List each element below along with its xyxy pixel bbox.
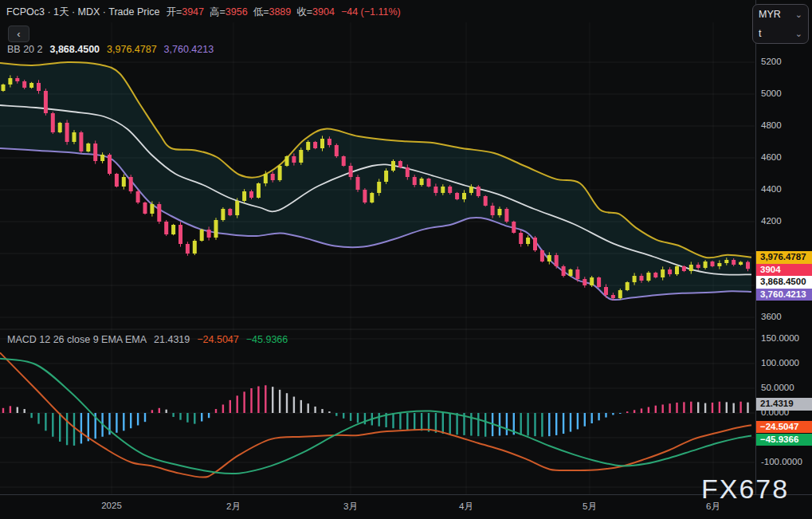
price-tick: 5200 (761, 57, 782, 66)
price-tick: 4600 (761, 152, 782, 162)
price-tick: 3600 (761, 312, 782, 321)
symbol-selectors: MYR ⌄ t ⌄ (752, 4, 809, 44)
unit-value: t (759, 28, 761, 39)
macd-hist-value: 21.4319 (154, 334, 190, 345)
macd-signal-value: −45.9366 (246, 334, 288, 345)
price-tick: 4200 (761, 216, 782, 226)
bb-basis-chip: 3,868.4500 (756, 276, 812, 289)
price-tick: 5000 (761, 88, 782, 98)
ohlc-value: 3889 (269, 6, 291, 18)
macd-tick: -100.0000 (761, 457, 802, 466)
macd-line-chip: −24.5047 (756, 421, 812, 434)
price-tick: 4400 (761, 184, 782, 194)
macd-tick: 50.0000 (761, 383, 794, 392)
time-label: 2025 (101, 501, 122, 510)
ohlc-label: 开= (166, 6, 182, 18)
price-tick: 4800 (761, 120, 782, 130)
bb-legend: BB 20 2 3,868.4500 3,976.4787 3,760.4213 (7, 44, 214, 55)
trading-chart-app: FCPOc3 · 1天 · MDX · Trade Price 开=3947高=… (0, 0, 812, 519)
chevron-down-icon: ⌄ (795, 29, 802, 37)
symbol-title: FCPOc3 · 1天 · MDX · Trade Price (6, 6, 159, 19)
bb-basis-value: 3,868.4500 (49, 44, 100, 55)
macd-hist-chip: 21.4319 (756, 398, 812, 411)
bb-upper-chip: 3,976.4787 (756, 251, 812, 264)
time-label: 3月 (343, 501, 358, 513)
chart-legend-bar: FCPOc3 · 1天 · MDX · Trade Price 开=3947高=… (6, 5, 401, 19)
watermark: FX678 (701, 474, 789, 505)
time-label: 2月 (226, 501, 241, 513)
macd-tick: 150.0000 (761, 333, 799, 343)
ohlc-value: 3947 (182, 6, 204, 18)
bb-title: BB 20 2 (7, 44, 42, 55)
ohlc-label: 收= (296, 6, 312, 18)
bb-lower-chip: 3,760.4213 (756, 289, 812, 301)
currency-value: MYR (759, 9, 781, 20)
ohlc-label: 低= (253, 6, 269, 18)
time-label: 4月 (459, 501, 473, 513)
ohlc-value: 3956 (226, 6, 248, 18)
macd-title: MACD 12 26 close 9 EMA EMA (7, 334, 147, 345)
macd-signal-chip: −45.9366 (756, 434, 812, 446)
chart-canvas[interactable] (0, 0, 812, 519)
unit-select[interactable]: t ⌄ (753, 24, 808, 43)
bb-upper-value: 3,976.4787 (107, 44, 157, 55)
time-axis[interactable]: 20252月3月4月5月6月 (0, 494, 812, 519)
change-value: −44 (−1.11%) (341, 6, 401, 18)
ohlc-label: 高= (210, 6, 226, 18)
last-price-chip: 3904 (756, 264, 812, 277)
macd-line-value: −24.5047 (197, 334, 238, 345)
ohlc-value: 3904 (312, 6, 335, 18)
chevron-down-icon: ⌄ (795, 10, 802, 18)
macd-legend: MACD 12 26 close 9 EMA EMA 21.4319 −24.5… (7, 334, 288, 345)
price-axis[interactable]: 5200500048004600440042003600150.0000100.… (755, 0, 812, 494)
bb-lower-value: 3,760.4213 (164, 44, 214, 55)
macd-tick: 100.0000 (761, 358, 799, 368)
back-button[interactable]: ‹ (8, 26, 29, 42)
currency-select[interactable]: MYR ⌄ (753, 5, 808, 24)
ohlc-values: 开=3947高=3956低=3889收=3904 (166, 6, 335, 19)
time-label: 5月 (583, 501, 597, 513)
chevron-left-icon: ‹ (17, 28, 20, 40)
